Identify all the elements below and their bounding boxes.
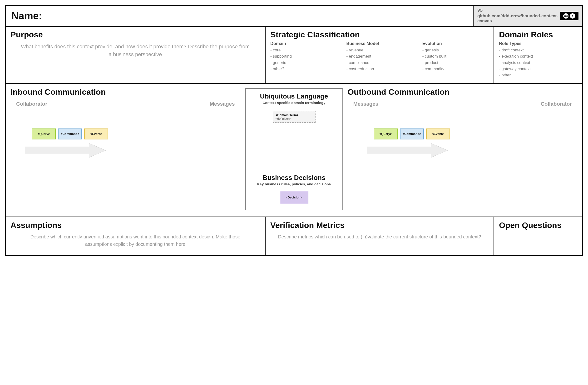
list-item: - other? [270,66,337,72]
outbound-messages-label: Messages [353,101,378,107]
center-box: Ubiquitous Language Context-specific dom… [245,88,343,210]
list-item: - generic [270,60,337,66]
strategic-head-bizmodel: Business Model [346,41,413,46]
strategic-list-bizmodel: - revenue - engagement - compliance - co… [346,47,413,72]
list-item: - gateway context [499,66,578,72]
list-item: - product [422,60,489,66]
list-item: - cost reduction [346,66,413,72]
svg-marker-0 [25,143,106,157]
top-info-row: Purpose What benefits does this context … [6,27,582,84]
assumptions-hint: Describe which currently unverified assu… [10,232,260,249]
purpose-title: Purpose [10,30,260,39]
purpose-cell: Purpose What benefits does this context … [6,27,266,83]
assumptions-title: Assumptions [10,221,260,230]
bottom-row: Assumptions Describe which currently unv… [6,217,582,255]
openq-title: Open Questions [499,221,578,230]
strategic-cell: Strategic Classification Domain - core -… [266,27,494,83]
list-item: - supporting [270,53,337,60]
outbound-message-tags: <Query> <Command> <Event> [374,128,578,139]
name-label: Name: [11,10,42,22]
ubiq-title: Ubiquitous Language [250,93,338,100]
list-item: - draft context [499,47,578,53]
strategic-title: Strategic Classification [270,30,489,39]
strategic-head-evolution: Evolution [422,41,489,46]
decision-card: <Decision> [280,191,308,204]
bdec-subtitle: Key business rules, policies, and decisi… [250,182,338,186]
cc-by-badge-icon: CC 🛉 [560,12,579,20]
verification-cell: Verification Metrics Describe metrics wh… [266,217,494,255]
bounded-context-canvas: Name: V5 github.com/ddd-crew/bounded-con… [5,5,583,256]
version-label: V5 [477,8,560,13]
roles-subhead: Role Types [499,41,578,46]
list-item: - engagement [346,53,413,60]
list-item: - core [270,47,337,53]
inbound-cell: Inbound Communication Collaborator Messa… [6,84,245,216]
query-tag: <Query> [374,128,398,139]
command-tag: <Command> [400,128,424,139]
strategic-list-domain: - core - supporting - generic - other? [270,47,337,72]
inbound-title: Inbound Communication [10,87,241,97]
strategic-list-evolution: - genesis - custom built - product - com… [422,47,489,72]
strategic-col-evolution: Evolution - genesis - custom built - pro… [422,41,489,72]
center-column: Ubiquitous Language Context-specific dom… [245,84,343,216]
list-item: - genesis [422,47,489,53]
header-row: Name: V5 github.com/ddd-crew/bounded-con… [6,6,582,27]
domain-term-card: <Domain Term> <definition> [273,111,315,123]
list-item: - execution context [499,53,578,60]
meta-cell: V5 github.com/ddd-crew/bounded-context-c… [473,6,582,26]
inbound-collab-label: Collaborator [16,101,47,107]
list-item: - other [499,72,578,78]
verification-title: Verification Metrics [270,221,489,230]
list-item: - analysis context [499,60,578,66]
repo-link: github.com/ddd-crew/bounded-context-canv… [477,14,560,23]
list-item: - commodity [422,66,489,72]
list-item: - revenue [346,47,413,53]
bdec-title: Business Decisions [250,174,338,182]
event-tag: <Event> [426,128,450,139]
domain-term-name: <Domain Term> [275,113,313,117]
outbound-cell: Outbound Communication Messages Collabor… [343,84,583,216]
ubiquitous-language-section: Ubiquitous Language Context-specific dom… [250,93,338,123]
communication-row: Inbound Communication Collaborator Messa… [6,84,582,217]
query-tag: <Query> [32,128,56,139]
roles-title: Domain Roles [499,30,578,39]
strategic-head-domain: Domain [270,41,337,46]
outbound-title: Outbound Communication [348,87,578,97]
outbound-arrow-icon [367,143,448,158]
event-tag: <Event> [84,128,108,139]
purpose-hint: What benefits does this context provide,… [10,41,260,60]
inbound-arrow-icon [25,143,106,158]
roles-list: - draft context - execution context - an… [499,47,578,79]
strategic-col-domain: Domain - core - supporting - generic - o… [270,41,337,72]
command-tag: <Command> [58,128,82,139]
name-cell: Name: [6,6,473,26]
inbound-messages-label: Messages [210,101,235,107]
roles-cell: Domain Roles Role Types - draft context … [494,27,582,83]
business-decisions-section: Business Decisions Key business rules, p… [250,174,338,204]
list-item: - compliance [346,60,413,66]
inbound-message-tags: <Query> <Command> <Event> [32,128,241,139]
strategic-col-bizmodel: Business Model - revenue - engagement - … [346,41,413,72]
outbound-collab-label: Collaborator [541,101,572,107]
verification-hint: Describe metrics which can be used to (i… [270,232,489,242]
svg-marker-1 [367,143,448,157]
list-item: - custom built [422,53,489,60]
ubiq-subtitle: Context-specific domain terminology [250,101,338,105]
assumptions-cell: Assumptions Describe which currently unv… [6,217,266,255]
domain-term-def: <definition> [275,117,313,120]
open-questions-cell: Open Questions [494,217,582,255]
